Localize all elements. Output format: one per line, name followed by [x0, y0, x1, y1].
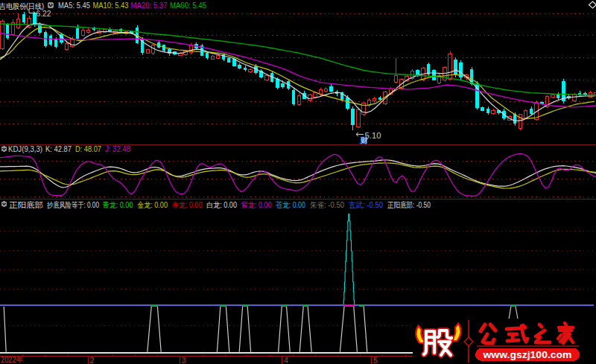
svg-text:正阳底部: -0.50: 正阳底部: -0.50 — [387, 200, 431, 209]
svg-text:紫龙: 0.00: 紫龙: 0.00 — [241, 200, 272, 209]
svg-text:MA5: 5.45: MA5: 5.45 — [58, 1, 90, 10]
svg-text:www.gszj100.com: www.gszj100.com — [482, 349, 571, 360]
svg-text:玄武: -0.50: 玄武: -0.50 — [349, 200, 383, 209]
svg-text:KDJ(9,3,3): KDJ(9,3,3) — [8, 145, 42, 153]
svg-text:朱雀: -0.50: 朱雀: -0.50 — [310, 200, 344, 209]
svg-text:4: 4 — [284, 356, 288, 364]
svg-text:白龙: 0.00: 白龙: 0.00 — [206, 200, 237, 209]
svg-text:D: 48.07: D: 48.07 — [75, 145, 101, 153]
svg-text:财: 财 — [361, 136, 368, 144]
svg-text:MA60: 5.45: MA60: 5.45 — [170, 1, 206, 10]
svg-text:青龙: 0.00: 青龙: 0.00 — [103, 200, 133, 209]
svg-text:吉电股份(日线): 吉电股份(日线) — [0, 2, 44, 10]
svg-text:6.22: 6.22 — [37, 9, 51, 18]
svg-text:苍龙: 0.00: 苍龙: 0.00 — [276, 200, 305, 209]
svg-text:MA20: 5.37: MA20: 5.37 — [131, 1, 168, 10]
svg-text:3: 3 — [182, 356, 186, 364]
svg-text:金龙: 0.00: 金龙: 0.00 — [137, 200, 168, 209]
svg-text:K: 42.87: K: 42.87 — [45, 145, 72, 153]
svg-text:赤龙: 0.00: 赤龙: 0.00 — [172, 200, 203, 209]
svg-text:2022年: 2022年 — [1, 355, 23, 364]
svg-text:抄底风险等于: 0.00: 抄底风险等于: 0.00 — [47, 200, 99, 209]
svg-text:J: 32.48: J: 32.48 — [105, 145, 130, 153]
svg-text:正阳底部: 正阳底部 — [9, 200, 43, 209]
svg-text:2: 2 — [90, 356, 95, 364]
svg-text:5: 5 — [373, 356, 378, 364]
svg-text:MA10: 5.43: MA10: 5.43 — [93, 1, 129, 10]
